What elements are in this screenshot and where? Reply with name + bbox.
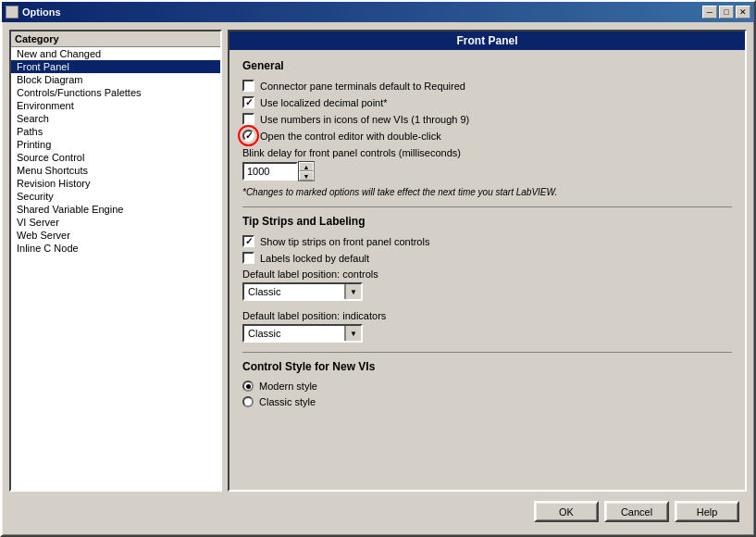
tip-option-row: Show tip strips on front panel controls [242, 235, 732, 247]
title-bar-left: Options [6, 6, 61, 19]
category-list: New and ChangedFront PanelBlock DiagramC… [11, 47, 220, 490]
option-label: Connector pane terminals default to Requ… [260, 81, 465, 92]
tip-options: Show tip strips on front panel controlsL… [242, 235, 732, 264]
category-item[interactable]: Front Panel [11, 60, 220, 73]
maximize-button[interactable]: □ [719, 6, 734, 19]
radio-label-0: Modern style [259, 381, 317, 392]
dropdown-label-0: Default label position: controls [242, 268, 732, 280]
spinner-buttons: ▲ ▼ [298, 161, 315, 181]
category-item[interactable]: VI Server [11, 216, 220, 229]
tip-checkbox-0[interactable] [242, 235, 254, 247]
tip-strips-header: Tip Strips and Labeling [242, 215, 732, 228]
dropdowns: Default label position: controlsClassic▼… [242, 268, 732, 343]
category-item[interactable]: New and Changed [11, 47, 220, 60]
window-icon [6, 6, 19, 19]
category-item[interactable]: Revision History [11, 177, 220, 190]
main-content: Category New and ChangedFront PanelBlock… [9, 30, 747, 492]
checkbox-0[interactable] [242, 80, 254, 92]
divider-1 [242, 206, 732, 207]
radio-row-0: Modern style [242, 381, 732, 392]
title-buttons: ─ □ ✕ [702, 6, 750, 19]
spinner-up[interactable]: ▲ [299, 162, 314, 171]
category-item[interactable]: Shared Variable Engine [11, 203, 220, 216]
right-panel: Front Panel General Connector pane termi… [228, 30, 747, 492]
tip-checkbox-1[interactable] [242, 252, 254, 264]
tip-option-label: Labels locked by default [260, 253, 369, 264]
checkbox-3[interactable] [242, 130, 254, 142]
category-item[interactable]: Search [11, 112, 220, 125]
category-item[interactable]: Printing [11, 138, 220, 151]
dropdown-row-1: Default label position: indicatorsClassi… [242, 310, 732, 343]
minimize-button[interactable]: ─ [702, 6, 717, 19]
dropdown-arrow-0[interactable]: ▼ [344, 284, 361, 299]
spinner-row: ▲ ▼ [242, 161, 732, 181]
help-button[interactable]: Help [675, 501, 739, 522]
general-option-row: Use localized decimal point* [242, 96, 732, 108]
dropdown-value-1: Classic [244, 327, 344, 340]
option-label: Use numbers in icons of new VIs (1 throu… [260, 114, 469, 125]
category-item[interactable]: Security [11, 190, 220, 203]
panel-content: General Connector pane terminals default… [229, 50, 745, 490]
title-bar: Options ─ □ ✕ [2, 2, 754, 22]
note-text: *Changes to marked options will take eff… [242, 187, 732, 197]
category-header: Category [11, 31, 220, 47]
cancel-button[interactable]: Cancel [604, 501, 669, 522]
blink-label: Blink delay for front panel controls (mi… [242, 147, 732, 158]
ok-button[interactable]: OK [534, 501, 599, 522]
category-item[interactable]: Web Server [11, 229, 220, 242]
divider-2 [242, 352, 732, 353]
spinner-down[interactable]: ▼ [299, 171, 314, 181]
general-option-row: Connector pane terminals default to Requ… [242, 80, 732, 92]
dropdown-value-0: Classic [244, 285, 344, 298]
radios: Modern styleClassic style [242, 381, 732, 407]
category-item[interactable]: Environment [11, 99, 220, 112]
general-options: Connector pane terminals default to Requ… [242, 80, 732, 142]
radio-0[interactable] [242, 381, 254, 392]
left-panel: Category New and ChangedFront PanelBlock… [9, 30, 222, 492]
panel-title: Front Panel [229, 31, 745, 50]
bottom-bar: OK Cancel Help [9, 497, 747, 528]
blink-input[interactable] [242, 162, 298, 181]
options-window: Options ─ □ ✕ Category New and ChangedFr… [0, 0, 756, 537]
category-item[interactable]: Source Control [11, 151, 220, 164]
category-item[interactable]: Inline C Node [11, 242, 220, 255]
category-item[interactable]: Controls/Functions Palettes [11, 86, 220, 99]
radio-row-1: Classic style [242, 396, 732, 407]
blink-section: Blink delay for front panel controls (mi… [242, 147, 732, 181]
control-style-header: Control Style for New VIs [242, 360, 732, 373]
radio-1[interactable] [242, 396, 254, 407]
radio-label-1: Classic style [259, 396, 316, 407]
dropdown-row-0: Default label position: controlsClassic▼ [242, 268, 732, 301]
category-item[interactable]: Paths [11, 125, 220, 138]
tip-option-label: Show tip strips on front panel controls [260, 236, 429, 247]
general-option-row: Use numbers in icons of new VIs (1 throu… [242, 113, 732, 125]
dropdown-1[interactable]: Classic▼ [242, 324, 363, 343]
category-item[interactable]: Menu Shortcuts [11, 164, 220, 177]
general-header: General [242, 59, 732, 72]
tip-option-row: Labels locked by default [242, 252, 732, 264]
option-label: Use localized decimal point* [260, 97, 388, 108]
checkbox-2[interactable] [242, 113, 254, 125]
general-option-row: Open the control editor with double-clic… [242, 130, 732, 142]
dropdown-0[interactable]: Classic▼ [242, 282, 363, 301]
option-label: Open the control editor with double-clic… [260, 131, 441, 142]
checkbox-1[interactable] [242, 96, 254, 108]
window-title: Options [22, 6, 61, 18]
category-item[interactable]: Block Diagram [11, 73, 220, 86]
window-body: Category New and ChangedFront PanelBlock… [2, 22, 754, 535]
close-button[interactable]: ✕ [736, 6, 750, 19]
dropdown-label-1: Default label position: indicators [242, 310, 732, 321]
dropdown-arrow-1[interactable]: ▼ [344, 326, 361, 341]
